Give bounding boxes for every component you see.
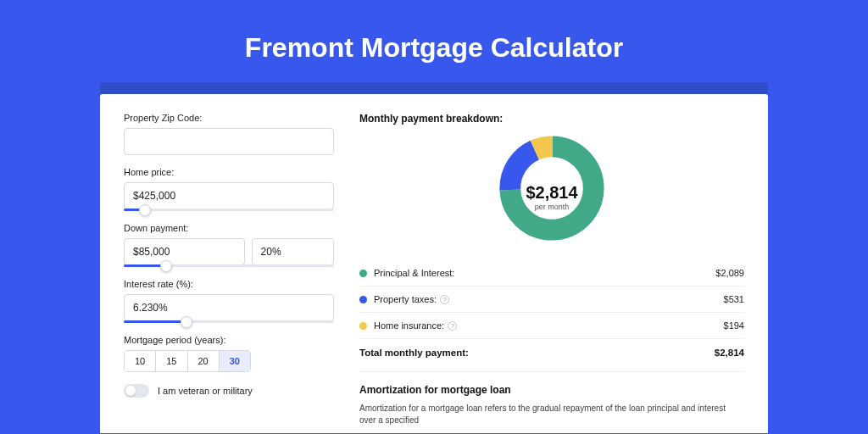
breakdown-row-insurance: Home insurance: ? $194 — [359, 313, 744, 339]
breakdown-label: Principal & Interest: — [374, 268, 454, 278]
breakdown-row-taxes: Property taxes: ? $531 — [359, 287, 744, 313]
period-label: Mortgage period (years): — [124, 335, 334, 345]
home-price-label: Home price: — [124, 167, 334, 177]
down-payment-pct-input[interactable] — [252, 238, 334, 265]
interest-label: Interest rate (%): — [124, 279, 334, 289]
breakdown-value: $531 — [724, 294, 744, 304]
right-column: Monthly payment breakdown: $2,814 per mo… — [359, 113, 744, 433]
period-option-20[interactable]: 20 — [188, 351, 220, 371]
period-option-10[interactable]: 10 — [125, 351, 156, 371]
down-payment-input[interactable] — [124, 238, 245, 265]
veteran-toggle[interactable] — [124, 384, 149, 398]
zip-input[interactable] — [124, 128, 334, 155]
period-option-30[interactable]: 30 — [220, 351, 250, 371]
down-payment-slider[interactable] — [124, 264, 334, 267]
home-price-group: Home price: — [124, 167, 334, 211]
dot-icon — [359, 270, 367, 277]
period-segmented: 10 15 20 30 — [124, 350, 251, 372]
card-outer: Property Zip Code: Home price: Down paym… — [100, 82, 768, 433]
page-title: Fremont Mortgage Calculator — [0, 0, 868, 82]
interest-slider[interactable] — [124, 320, 334, 323]
breakdown-value: $194 — [724, 320, 744, 331]
down-payment-label: Down payment: — [124, 223, 334, 233]
dot-icon — [359, 296, 367, 303]
donut-center: $2,814 per month — [526, 183, 577, 211]
zip-label: Property Zip Code: — [124, 113, 334, 123]
interest-input[interactable] — [124, 294, 334, 321]
calculator-card: Property Zip Code: Home price: Down paym… — [100, 94, 768, 433]
info-icon[interactable]: ? — [448, 321, 457, 331]
veteran-label: I am veteran or military — [158, 386, 253, 396]
down-payment-group: Down payment: — [124, 223, 334, 267]
amortization-section: Amortization for mortgage loan Amortizat… — [359, 371, 744, 426]
breakdown-title: Monthly payment breakdown: — [359, 113, 744, 125]
period-option-15[interactable]: 15 — [156, 351, 187, 371]
slider-thumb-icon[interactable] — [181, 316, 192, 328]
amortization-title: Amortization for mortgage loan — [359, 384, 744, 396]
slider-thumb-icon[interactable] — [160, 260, 172, 272]
breakdown-row-principal: Principal & Interest: $2,089 — [359, 260, 744, 287]
home-price-slider[interactable] — [124, 209, 334, 211]
home-price-input[interactable] — [124, 182, 334, 209]
donut-chart: $2,814 per month — [359, 133, 744, 260]
left-column: Property Zip Code: Home price: Down paym… — [124, 113, 334, 433]
donut-sub: per month — [526, 203, 577, 211]
interest-group: Interest rate (%): — [124, 279, 334, 323]
total-label: Total monthly payment: — [359, 348, 469, 358]
donut-amount: $2,814 — [526, 183, 577, 203]
dot-icon — [359, 322, 367, 330]
total-row: Total monthly payment: $2,814 — [359, 339, 744, 366]
veteran-row: I am veteran or military — [124, 384, 334, 398]
period-group: Mortgage period (years): 10 15 20 30 — [124, 335, 334, 372]
slider-thumb-icon[interactable] — [139, 204, 151, 216]
zip-group: Property Zip Code: — [124, 113, 334, 155]
amortization-text: Amortization for a mortgage loan refers … — [359, 403, 744, 426]
breakdown-label: Home insurance: — [374, 320, 444, 331]
info-icon[interactable]: ? — [440, 295, 449, 304]
total-value: $2,814 — [715, 348, 744, 358]
breakdown-label: Property taxes: — [374, 294, 437, 304]
breakdown-value: $2,089 — [715, 268, 744, 278]
